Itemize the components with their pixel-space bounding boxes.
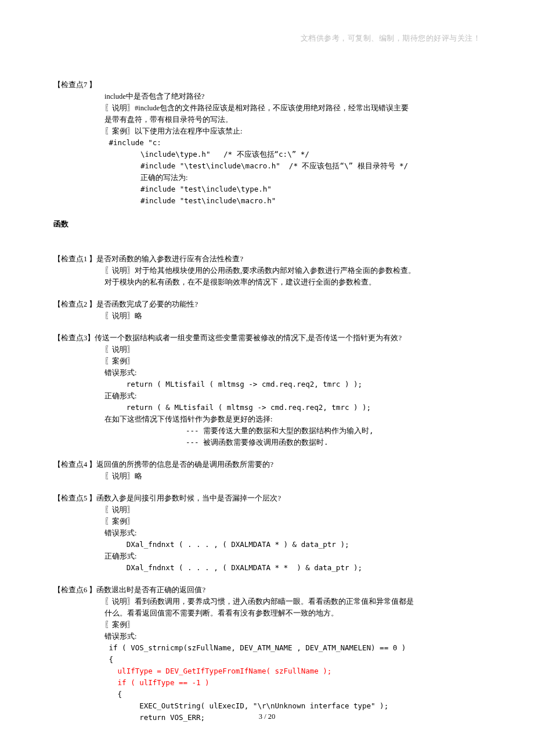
checkpoint-label: 【检查点7 】 bbox=[53, 79, 96, 91]
code-line: DXal_fndnxt ( . . . , ( DXALMDATA * ) & … bbox=[53, 539, 481, 550]
checkpoint-label: 【检查点1 】 bbox=[53, 253, 96, 265]
text-line: 正确形式: bbox=[53, 550, 481, 562]
checkpoint-label: 【检查点5 】 bbox=[53, 492, 96, 504]
checkpoint-label: 【检查点3】 bbox=[53, 332, 95, 344]
checkpoint-body bbox=[96, 79, 481, 91]
code-line: return ( & MLtisfail ( mltmsg -> cmd.req… bbox=[53, 402, 481, 413]
checkpoint-7: 【检查点7 】 bbox=[53, 79, 481, 91]
text-line: 〖案例〗 bbox=[53, 516, 481, 527]
checkpoint-title: 函数入参是间接引用参数时候，当中是否漏掉一个层次? bbox=[96, 492, 481, 504]
text-line: 对于模块内的私有函数，在不是很影响效率的情况下，建议进行全面的参数检查。 bbox=[53, 276, 481, 288]
text-line: 〖说明〗略 bbox=[53, 470, 481, 482]
checkpoint-1: 【检查点1 】 是否对函数的输入参数进行应有合法性检查? bbox=[53, 253, 481, 265]
text-line: 〖说明〗对于给其他模块使用的公用函数,要求函数内部对输入参数进行严格全面的参数检… bbox=[53, 265, 481, 276]
text-line: 〖说明〗#include包含的文件路径应该是相对路径，不应该使用绝对路径，经常出… bbox=[53, 102, 481, 114]
text-line: 错误形式: bbox=[53, 631, 481, 642]
page: 文档供参考，可复制、编制，期待您的好评与关注！ 【检查点7 】 include中… bbox=[0, 0, 534, 756]
checkpoint-6: 【检查点6 】 函数退出时是否有正确的返回值? bbox=[53, 584, 481, 596]
text-line: 错误形式: bbox=[53, 367, 481, 379]
header-watermark: 文档供参考，可复制、编制，期待您的好评与关注！ bbox=[301, 33, 481, 44]
text-line: 在如下这些情况下传送指针作为参数是更好的选择: bbox=[53, 413, 481, 425]
code-line: if ( VOS_strnicmp(szFullName, DEV_ATM_NA… bbox=[53, 642, 481, 654]
text-line: --- 被调函数需要修改调用函数的数据时. bbox=[53, 437, 481, 448]
checkpoint-title: 函数退出时是否有正确的返回值? bbox=[96, 584, 481, 596]
code-line: #include "test\include\type.h" bbox=[53, 183, 481, 195]
text-line: 〖说明〗看到函数调用，要养成习惯，进入函数内部瞄一眼。看看函数的正常值和异常值都… bbox=[53, 596, 481, 607]
section-heading-functions: 函数 bbox=[53, 218, 481, 230]
text-line: 〖说明〗略 bbox=[53, 310, 481, 322]
checkpoint-label: 【检查点2 】 bbox=[53, 298, 96, 310]
text-line: 错误形式: bbox=[53, 527, 481, 539]
checkpoint-title: 返回值的所携带的信息是否的确是调用函数所需要的? bbox=[96, 459, 481, 470]
checkpoint-label: 【检查点6 】 bbox=[53, 584, 96, 596]
checkpoint-4: 【检查点4 】 返回值的所携带的信息是否的确是调用函数所需要的? bbox=[53, 459, 481, 470]
text-line: 〖说明〗 bbox=[53, 504, 481, 516]
checkpoint-title: 是否对函数的输入参数进行应有合法性检查? bbox=[96, 253, 481, 265]
code-line: #include "c: bbox=[53, 137, 481, 149]
text-line: 〖案例〗以下使用方法在程序中应该禁止: bbox=[53, 125, 481, 137]
text-line: 什么。看看返回值需不需要判断。看看有没有参数理解不一致的地方。 bbox=[53, 607, 481, 619]
code-line: { bbox=[53, 689, 481, 700]
code-line: return ( MLtisfail ( mltmsg -> cmd.req.r… bbox=[53, 379, 481, 390]
code-line-error: ulIfType = DEV_GetIfTypeFromIfName( szFu… bbox=[53, 665, 481, 677]
code-line: #include "test\include\macro.h" bbox=[53, 195, 481, 207]
checkpoint-label: 【检查点4 】 bbox=[53, 459, 96, 470]
text-line: 正确形式: bbox=[53, 390, 481, 402]
code-line: { bbox=[53, 654, 481, 665]
checkpoint-2: 【检查点2 】 是否函数完成了必要的功能性? bbox=[53, 298, 481, 310]
text-line: 〖说明〗 bbox=[53, 344, 481, 355]
text-line: include中是否包含了绝对路径? bbox=[53, 91, 481, 102]
checkpoint-3: 【检查点3】 传送一个数据结构或者一组变量而这些变量需要被修改的情况下,是否传送… bbox=[53, 332, 481, 344]
code-line-error: if ( ulIfType == -1 ) bbox=[53, 677, 481, 689]
code-line: EXEC_OutString( ulExecID, "\r\nUnknown i… bbox=[53, 700, 481, 712]
text-line: 正确的写法为: bbox=[53, 172, 481, 183]
text-line: 是带有盘符，带有根目录符号的写法。 bbox=[53, 114, 481, 125]
code-line: #include "\test\include\macro.h" /* 不应该包… bbox=[53, 160, 481, 172]
text-line: 〖案例〗 bbox=[53, 619, 481, 631]
code-line: \include\type.h" /* 不应该包括“c:\” */ bbox=[53, 149, 481, 160]
page-number: 3 / 20 bbox=[0, 711, 534, 722]
checkpoint-5: 【检查点5 】 函数入参是间接引用参数时候，当中是否漏掉一个层次? bbox=[53, 492, 481, 504]
code-line: DXal_fndnxt ( . . . , ( DXALMDATA * * ) … bbox=[53, 562, 481, 574]
document-body: 【检查点7 】 include中是否包含了绝对路径? 〖说明〗#include包… bbox=[53, 79, 481, 723]
checkpoint-title: 传送一个数据结构或者一组变量而这些变量需要被修改的情况下,是否传送一个指针更为有… bbox=[95, 332, 481, 344]
text-line: --- 需要传送大量的数据和大型的数据结构作为输入时, bbox=[53, 425, 481, 437]
checkpoint-title: 是否函数完成了必要的功能性? bbox=[96, 298, 481, 310]
text-line: 〖案例〗 bbox=[53, 355, 481, 367]
